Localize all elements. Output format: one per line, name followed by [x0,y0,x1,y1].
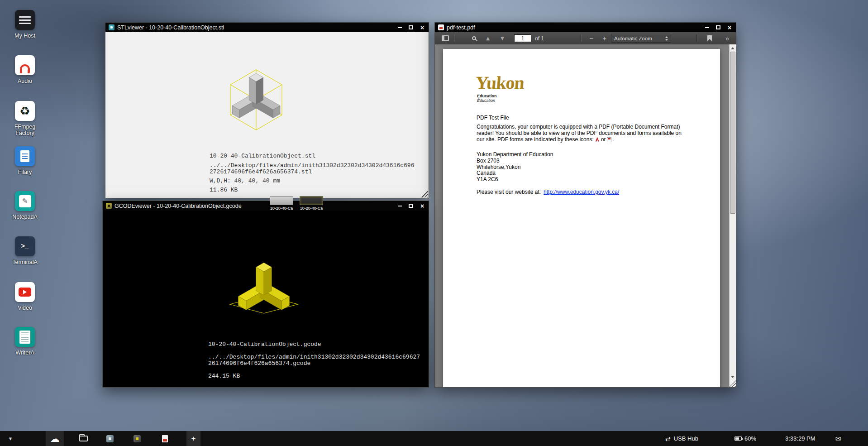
paragraph-line: reader! You should be able to view any o… [477,130,694,137]
battery-status[interactable]: 60% [734,431,756,446]
page-number-input[interactable] [514,34,531,42]
folder-icon [79,436,88,441]
toolbar-more-button[interactable]: » [722,32,733,44]
maximize-button[interactable] [408,24,414,30]
add-button[interactable]: + [186,431,200,446]
stl-3d-model [211,60,306,138]
stl-window-title: STLviewer - 10-20-40-CalibrationObject.s… [117,24,394,31]
battery-percent: 60% [744,435,756,442]
pdf-content-area[interactable]: Yukon Education Éducation PDF Test File … [435,44,736,387]
writer-document-icon [15,327,35,347]
desktop-icon-video[interactable]: Video [5,282,44,311]
terminal-icon: >_ [15,236,35,256]
previous-page-button[interactable]: ▲ [484,32,492,44]
taskbar-stlviewer-button[interactable] [104,431,116,446]
close-button[interactable]: × [726,24,733,30]
minimize-button[interactable] [396,24,403,30]
gcodeviewer-task-icon [134,435,141,442]
play-button-icon [15,282,35,302]
usb-hub-status[interactable]: ⇄ USB Hub [665,431,698,446]
file-manager-button[interactable] [77,431,90,446]
file-thumbnail-preview [300,196,323,205]
search-icon [472,36,476,40]
close-button[interactable]: × [419,24,425,30]
recycle-arrows-icon: ♻ [15,101,35,121]
resize-grip[interactable] [729,380,736,387]
notepad-icon: ✎ [15,191,35,211]
headphones-icon [15,55,35,75]
gcode-titlebar[interactable]: GCODEviewer - 10-20-40-CalibrationObject… [103,201,429,211]
sidebar-toggle-button[interactable] [440,32,451,44]
file-thumbnail-preview [270,196,293,205]
taskbar-menu-caret[interactable]: ▾ [5,431,16,446]
document-paragraph: Congratulations, your computer is equipp… [477,124,694,143]
desktop: My Host Audio ♻ FFmpeg Factory Filary ✎ … [0,0,868,446]
yukon-logo-education-fr: Éducation [477,98,495,103]
scroll-down-arrow-icon[interactable] [730,374,736,380]
gcode-window-title: GCODEviewer - 10-20-40-CalibrationObject… [114,203,394,209]
toolbar-separator [454,34,454,42]
desktop-icon-label: My Host [14,33,35,39]
paragraph-period: . [613,136,614,143]
gcode-3d-model [214,259,314,336]
file-thumbnail-label: 10-20-40-Ca [298,206,324,211]
scrollbar[interactable] [729,44,736,387]
bookmark-button[interactable] [704,32,715,44]
maximize-button[interactable] [715,24,721,30]
desktop-icon-terminala[interactable]: >_ TerminalA [5,236,44,265]
mail-tray-button[interactable]: ✉ [832,431,844,446]
paragraph-line: Congratulations, your computer is equipp… [477,124,694,130]
website-label: Please visit our website at: [477,189,541,195]
zoom-out-button[interactable]: − [587,32,596,44]
resize-grip[interactable] [421,190,428,197]
desktop-icon-audio[interactable]: Audio [5,55,44,84]
pdf-titlebar[interactable]: pdf-test.pdf × [435,23,736,32]
cloud-button[interactable]: ☁ [46,431,64,446]
desktop-icon-label: NotepadA [12,214,38,220]
taskbar-gcodeviewer-button[interactable] [131,431,143,446]
minimize-button[interactable] [704,24,710,30]
desktop-icon-notepada[interactable]: ✎ NotepadA [5,191,44,220]
desktop-icon-filary[interactable]: Filary [5,146,44,175]
stlviewer-window: STLviewer - 10-20-40-CalibrationObject.s… [105,22,429,198]
file-thumbnail[interactable]: 10-20-40-Ca [268,196,295,211]
file-thumbnail[interactable]: 10-20-40-Ca [298,196,324,211]
stl-titlebar[interactable]: STLviewer - 10-20-40-CalibrationObject.s… [105,23,429,32]
search-button[interactable] [468,32,479,44]
desktop-icon-writera[interactable]: WriterA [5,327,44,356]
website-line: Please visit our website at:http://www.e… [477,189,619,195]
close-button[interactable]: × [419,203,425,209]
zoom-select[interactable]: Automatic Zoom [611,34,671,43]
desktop-icon-label: Filary [18,169,32,175]
pdf-viewer-window: pdf-test.pdf × ▲ ▼ of 1 − + Automatic Zo… [434,22,736,388]
pdf-task-icon [162,435,168,442]
scrollbar-thumb[interactable] [730,52,735,214]
pdf-page: Yukon Education Éducation PDF Test File … [443,49,720,387]
taskbar-pdf-button[interactable] [159,431,171,446]
gcode-3d-viewport[interactable]: 10-20-40-CalibrationObject.gcode ../../D… [103,211,429,387]
stlviewer-app-icon [109,24,114,30]
desktop-icon-ffmpeg-factory[interactable]: ♻ FFmpeg Factory [5,101,44,137]
pdf-toolbar: ▲ ▼ of 1 − + Automatic Zoom » [435,32,736,44]
maximize-button[interactable] [408,203,414,209]
file-thumbnail-label: 10-20-40-Ca [268,206,295,211]
scroll-up-arrow-icon[interactable] [730,45,736,51]
address-line: Yukon Department of Education [477,152,553,158]
minimize-button[interactable] [396,203,403,209]
zoom-in-button[interactable]: + [600,32,610,44]
pdf-app-icon [438,24,444,30]
gcode-file-path-line2: 26174696f6e4f626a656374.gcode [208,360,310,367]
document-heading: PDF Test File [477,115,509,121]
next-page-button[interactable]: ▼ [498,32,506,44]
clock[interactable]: 3:33:29 PM [785,431,816,446]
website-link[interactable]: http://www.education.gov.yk.ca/ [544,189,619,195]
desktop-icon-my-host[interactable]: My Host [5,10,44,39]
gcode-filesize: 244.15 KB [208,373,240,379]
desktop-icon-label: TerminalA [12,259,38,265]
battery-icon [734,436,742,441]
pdf-window-title: pdf-test.pdf [447,24,701,31]
my-host-icon [15,10,35,30]
stl-3d-viewport[interactable]: 10-20-40-CalibrationObject.stl ../../Des… [105,32,429,198]
gcode-file-path-line1: ../../Desktop/files/admin/inith31302d323… [208,354,420,360]
gcodeviewer-app-icon [106,203,112,209]
